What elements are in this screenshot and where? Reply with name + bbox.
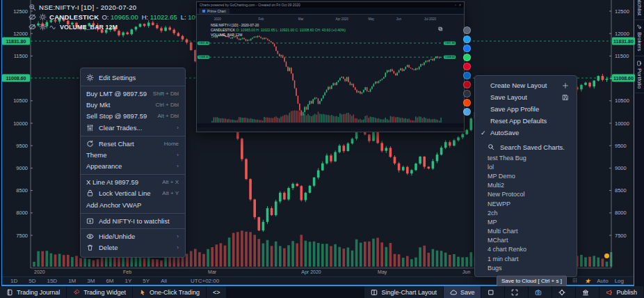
- check-icon: ✓: [481, 130, 490, 136]
- volume-settings-icon[interactable]: [39, 23, 47, 31]
- context-menu-item[interactable]: X Line At 9897.59 Alt + X: [81, 174, 185, 188]
- saved-chart-item[interactable]: MP: [475, 217, 577, 226]
- copy-icon[interactable]: [438, 22, 443, 34]
- timeframe-button[interactable]: 1Y: [120, 278, 138, 284]
- saved-chart-item[interactable]: 1 min chart: [475, 254, 577, 263]
- sidebar-tab-brokers[interactable]: Brokers: [635, 20, 644, 56]
- indicator-settings-icon[interactable]: [39, 13, 47, 21]
- share-button-4[interactable]: [463, 63, 471, 70]
- saved-chart-item[interactable]: 2ch: [475, 208, 577, 217]
- bottom-bar-button[interactable]: Trading Journal: [0, 286, 67, 298]
- share-button-9[interactable]: [463, 108, 471, 116]
- share-button-6[interactable]: [463, 81, 471, 88]
- timeframe-button[interactable]: 5Y: [137, 278, 155, 284]
- bottom-bar-button[interactable]: [529, 286, 552, 298]
- menu-item-shortcut: Alt + Y: [162, 190, 179, 196]
- bottom-bar-button[interactable]: [481, 286, 505, 298]
- saved-chart-item[interactable]: lol: [475, 162, 577, 171]
- context-menu-item[interactable]: Add Anchor VWAP: [81, 199, 185, 211]
- context-menu-item[interactable]: Lock Vertical Line Alt + Y: [81, 188, 185, 200]
- menu-item-label: Buy Mkt: [86, 101, 155, 109]
- saved-chart-item[interactable]: 4 chart Renko: [475, 245, 577, 254]
- svg-text:9500: 9500: [16, 143, 28, 149]
- popup-close-icon[interactable]: ×: [459, 3, 461, 7]
- ohlc-value: 10965.00: [111, 13, 138, 21]
- svg-text:11831.80: 11831.80: [198, 42, 209, 45]
- context-menu-item[interactable]: Clear Trades... ›: [81, 122, 185, 134]
- button-icon: [535, 289, 542, 296]
- bottom-bar-button[interactable]: [552, 286, 576, 298]
- bottom-bar-button[interactable]: [576, 286, 599, 298]
- saved-chart-item[interactable]: MP Demo: [475, 171, 577, 180]
- button-label: Trading Widget: [83, 289, 126, 296]
- context-menu-item[interactable]: Add NIFTY-I to watchlist: [81, 213, 185, 227]
- zoom-indicator-icon[interactable]: [29, 3, 36, 11]
- share-button-3[interactable]: [463, 54, 471, 61]
- menu-item-shortcut: Alt + Dbl: [158, 113, 179, 119]
- saved-chart-item[interactable]: NEWPP: [475, 199, 577, 208]
- saved-chart-item[interactable]: Multi Chart: [475, 227, 577, 236]
- layout-menu-item[interactable]: Save App Profile: [475, 103, 577, 115]
- popup-minimize-icon[interactable]: ▫: [455, 3, 456, 7]
- share-button-5[interactable]: [463, 72, 471, 79]
- svg-text:11008.60: 11008.60: [198, 56, 209, 58]
- symbol-title: NSE:NIFTY-I [1D] - 2020-07-20: [39, 3, 136, 11]
- menu-item-icon: [86, 217, 99, 225]
- bottom-bar-button[interactable]: Single-Chart Layout: [364, 286, 444, 298]
- share-button-0[interactable]: [463, 26, 471, 34]
- context-menu-item[interactable]: Buy Mkt Ctrl + Dbl: [81, 99, 185, 111]
- menu-item-label: Clear Trades...: [99, 124, 177, 132]
- hide-volume-icon[interactable]: [29, 23, 36, 31]
- layout-menu-item[interactable]: Save Layout: [475, 91, 577, 103]
- footer-toggle[interactable]: Log: [615, 278, 624, 284]
- saved-chart-item[interactable]: New Protocol: [475, 190, 577, 199]
- timeframe-button[interactable]: 15D: [41, 278, 63, 284]
- layout-menu-item[interactable]: ✓ AutoSave: [475, 127, 577, 139]
- bottom-bar-button[interactable]: One-Click Trading: [133, 286, 207, 298]
- context-menu-item[interactable]: Buy LMT @ 9897.59 Shift + Dbl: [81, 86, 185, 100]
- sidebar-tab-watchlist[interactable]: Watchlist: [635, 0, 644, 20]
- saved-chart-item[interactable]: test Thea Bug: [475, 153, 577, 162]
- saved-chart-item[interactable]: Multi2: [475, 181, 577, 190]
- popup-indicator: CANDLESTICK: [211, 28, 235, 32]
- context-menu-item[interactable]: Reset Chart Home: [81, 136, 185, 150]
- bottom-bar-button[interactable]: <>: [207, 286, 227, 298]
- timeframe-button[interactable]: 6M: [100, 278, 119, 284]
- hide-indicator-icon[interactable]: [29, 13, 36, 21]
- bottom-bar-button[interactable]: Save: [444, 286, 482, 298]
- timeframe-button[interactable]: 1D: [5, 278, 23, 284]
- bottom-bar-button[interactable]: Publish: [599, 286, 644, 298]
- timezone-selector[interactable]: UTC+02:00: [191, 278, 219, 284]
- saved-chart-item[interactable]: MChart: [475, 236, 577, 245]
- context-menu-item[interactable]: Delete ›: [81, 242, 185, 254]
- footer-toggle[interactable]: Auto: [597, 278, 608, 284]
- share-button-1[interactable]: [463, 36, 471, 43]
- chart-footer-right: ★AutoLog: [572, 277, 634, 285]
- context-menu-item[interactable]: Appearance ›: [81, 161, 185, 173]
- layout-menu-item[interactable]: Reset App Defaults: [475, 115, 577, 127]
- footer-toggle[interactable]: [572, 277, 578, 285]
- svg-text:Feb: Feb: [123, 269, 131, 274]
- timeframe-button[interactable]: 1M: [63, 278, 81, 284]
- bottom-bar-button[interactable]: [505, 286, 529, 298]
- share-button-8[interactable]: [463, 99, 471, 107]
- saved-charts-search[interactable]: Search Saved Charts.: [475, 141, 577, 153]
- menu-item-label: Theme: [86, 151, 177, 159]
- timeframe-button[interactable]: 5D: [23, 278, 41, 284]
- context-menu-item[interactable]: Hide/Unhide ›: [81, 228, 185, 242]
- footer-toggle[interactable]: ★: [584, 278, 590, 285]
- menu-item-label: Add Anchor VWAP: [86, 201, 179, 209]
- bottom-bar-button[interactable]: Trading Widget: [67, 286, 133, 298]
- share-button-7[interactable]: [463, 90, 471, 97]
- sidebar-tab-portfolio[interactable]: Portfolio: [635, 56, 644, 93]
- saved-chart-item[interactable]: Bugs: [475, 263, 577, 272]
- svg-text:Jul 2020: Jul 2020: [424, 17, 437, 21]
- timeframe-button[interactable]: 3M: [81, 278, 100, 284]
- context-menu-item[interactable]: Sell Stop @ 9897.59 Alt + Dbl: [81, 111, 185, 123]
- timeframe-button[interactable]: All: [155, 278, 172, 284]
- context-menu-item[interactable]: Theme ›: [81, 149, 185, 161]
- context-menu-item[interactable]: Edit Settings: [81, 72, 185, 84]
- popup-tab-prime-chart[interactable]: Prime Chart: [199, 8, 230, 14]
- layout-menu-item[interactable]: Create New Layout: [475, 79, 577, 91]
- share-button-2[interactable]: [463, 45, 471, 52]
